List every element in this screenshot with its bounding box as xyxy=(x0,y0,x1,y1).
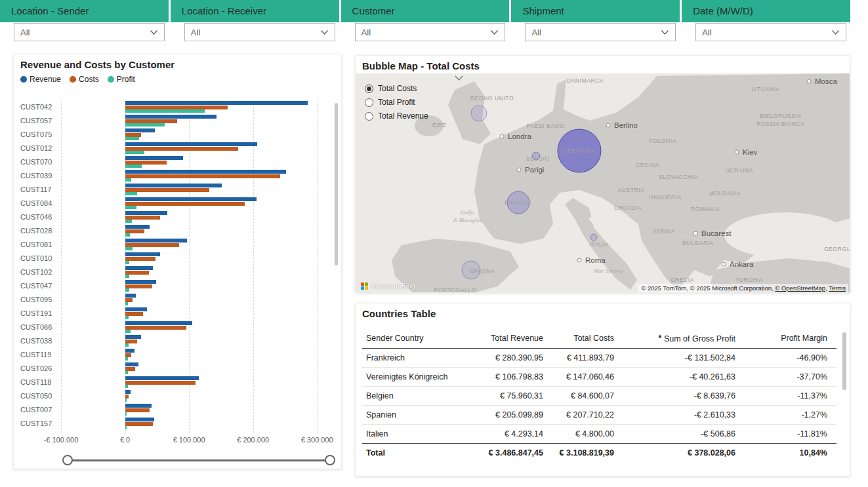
bar-costs[interactable] xyxy=(125,381,196,385)
bar-revenue[interactable] xyxy=(125,184,222,187)
bar-revenue[interactable] xyxy=(125,349,135,353)
bar-profit[interactable] xyxy=(125,330,131,333)
bar-profit[interactable] xyxy=(125,288,130,292)
bar-costs[interactable] xyxy=(125,257,156,261)
bar-costs[interactable] xyxy=(125,216,161,220)
bar-revenue[interactable] xyxy=(125,390,131,394)
bar-revenue[interactable] xyxy=(125,170,287,174)
bubble-italia[interactable] xyxy=(590,234,597,241)
bar-revenue[interactable] xyxy=(125,376,199,380)
column-header-total-costs[interactable]: Total Costs xyxy=(547,328,618,349)
bar-costs[interactable] xyxy=(125,284,152,288)
bar-costs[interactable] xyxy=(125,188,210,192)
bar-costs[interactable] xyxy=(125,326,187,330)
column-header-sender-country[interactable]: Sender Country xyxy=(362,328,474,349)
bar-costs[interactable] xyxy=(125,161,167,165)
bar-revenue[interactable] xyxy=(125,335,141,339)
bar-revenue[interactable] xyxy=(125,252,161,256)
bar-profit[interactable] xyxy=(125,357,129,360)
bar-costs[interactable] xyxy=(125,133,141,137)
bar-costs[interactable] xyxy=(125,422,154,426)
bar-profit[interactable] xyxy=(125,426,127,429)
bar-profit[interactable] xyxy=(125,178,132,182)
slider-track[interactable] xyxy=(68,459,330,461)
legend-item-costs[interactable]: Costs xyxy=(70,75,99,84)
bar-revenue[interactable] xyxy=(125,128,155,132)
bar-costs[interactable] xyxy=(125,353,132,357)
bar-costs[interactable] xyxy=(125,243,180,247)
map-area[interactable]: DANIMARCAMoscaLITUANIAREGNO UNITOBIELORU… xyxy=(356,73,850,293)
bar-profit[interactable] xyxy=(125,302,129,305)
slicer-dropdown-shipment[interactable]: All xyxy=(525,23,676,41)
legend-item-profit[interactable]: Profit xyxy=(108,75,135,84)
bar-revenue[interactable] xyxy=(125,101,308,105)
bar-costs[interactable] xyxy=(125,271,149,275)
bar-profit[interactable] xyxy=(125,385,129,388)
bar-revenue[interactable] xyxy=(125,362,138,366)
bar-revenue[interactable] xyxy=(125,239,188,243)
bar-profit[interactable] xyxy=(125,412,127,416)
radio-total-revenue[interactable]: Total Revenue xyxy=(365,111,428,121)
bar-profit[interactable] xyxy=(125,343,129,347)
slicer-dropdown-location-sender[interactable]: All xyxy=(14,23,165,41)
chevron-down-icon[interactable] xyxy=(454,75,464,81)
x-range-slider[interactable] xyxy=(68,454,330,467)
chart-scrollbar[interactable] xyxy=(335,103,338,265)
bar-profit[interactable] xyxy=(125,399,127,402)
bar-costs[interactable] xyxy=(125,408,150,412)
bar-revenue[interactable] xyxy=(125,211,167,215)
openstreetmap-link[interactable]: © OpenStreetMap xyxy=(775,284,825,292)
terms-link[interactable]: Terms xyxy=(829,284,846,292)
bar-costs[interactable] xyxy=(125,174,280,178)
bar-profit[interactable] xyxy=(125,123,165,127)
table-row[interactable]: Vereinigtes Königreich€ 106.798,83€ 147.… xyxy=(362,368,837,387)
bar-revenue[interactable] xyxy=(125,197,257,201)
table-row[interactable]: Frankreich€ 280.390,95€ 411.893,79-€ 131… xyxy=(362,349,837,368)
bar-revenue[interactable] xyxy=(125,418,155,421)
legend-item-revenue[interactable]: Revenue xyxy=(20,75,61,84)
slicer-dropdown-location-receiver[interactable]: All xyxy=(184,23,335,41)
bar-profit[interactable] xyxy=(125,261,130,264)
bar-profit[interactable] xyxy=(125,109,205,113)
bubble-regno-unito[interactable] xyxy=(471,106,487,121)
bar-revenue[interactable] xyxy=(125,280,157,284)
slider-handle-left[interactable] xyxy=(62,455,73,465)
bar-costs[interactable] xyxy=(125,106,228,109)
bar-revenue[interactable] xyxy=(125,404,152,408)
bar-profit[interactable] xyxy=(125,151,144,154)
bar-profit[interactable] xyxy=(125,206,137,209)
bar-costs[interactable] xyxy=(125,298,133,302)
bar-profit[interactable] xyxy=(125,165,142,168)
bar-profit[interactable] xyxy=(125,233,131,237)
bar-revenue[interactable] xyxy=(125,294,136,298)
table-row[interactable]: Italien€ 4.293,14€ 4.800,00-€ 506,86-11,… xyxy=(362,425,837,444)
bar-profit[interactable] xyxy=(125,371,129,374)
bar-profit[interactable] xyxy=(125,137,139,140)
bar-costs[interactable] xyxy=(125,395,129,399)
bar-costs[interactable] xyxy=(125,119,177,123)
bar-revenue[interactable] xyxy=(125,142,258,146)
slicer-dropdown-customer[interactable]: All xyxy=(355,23,506,41)
radio-total-costs[interactable]: Total Costs xyxy=(365,84,428,93)
bar-costs[interactable] xyxy=(125,202,245,206)
bar-costs[interactable] xyxy=(125,312,143,316)
bar-revenue[interactable] xyxy=(125,225,150,229)
bar-costs[interactable] xyxy=(125,147,239,151)
table-scrollbar[interactable] xyxy=(842,332,846,390)
table-row[interactable]: Spanien€ 205.099,89€ 207.710,22-€ 2.610,… xyxy=(362,406,837,425)
column-header-profit-margin[interactable]: Profit Margin xyxy=(739,328,837,349)
bar-revenue[interactable] xyxy=(125,266,154,270)
bar-costs[interactable] xyxy=(125,367,136,371)
bar-profit[interactable] xyxy=(125,192,138,195)
bar-revenue[interactable] xyxy=(125,307,147,311)
column-header-sum-of-gross-profit[interactable]: ▲Sum of Gross Profit xyxy=(618,328,739,349)
bar-costs[interactable] xyxy=(125,229,144,233)
table-row[interactable]: Belgien€ 75.960,31€ 84.600,07-€ 8.639,76… xyxy=(362,387,837,406)
bar-profit[interactable] xyxy=(125,275,130,278)
bar-profit[interactable] xyxy=(125,247,133,250)
bar-profit[interactable] xyxy=(125,220,133,223)
bar-costs[interactable] xyxy=(125,340,138,343)
slider-handle-right[interactable] xyxy=(325,455,335,465)
slicer-dropdown-date-m-w-d[interactable]: All xyxy=(695,23,846,41)
bar-profit[interactable] xyxy=(125,316,129,319)
